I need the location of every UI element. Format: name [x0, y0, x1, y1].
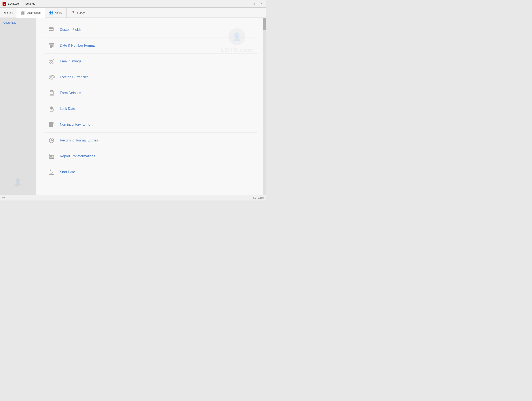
menu-item-email-settings[interactable]: @ Email Settings — [44, 54, 258, 69]
svg-rect-0 — [49, 28, 53, 31]
email-settings-icon: @ — [48, 57, 56, 65]
content-area: 👤 LO4D.com Custom Fields — [36, 18, 266, 201]
status-bar-right: LO4D.com — [253, 197, 264, 199]
report-transformations-icon — [48, 152, 56, 160]
svg-rect-26 — [49, 124, 51, 126]
svg-rect-28 — [49, 126, 51, 127]
menu-item-lock-date[interactable]: Lock Date — [44, 101, 258, 117]
back-arrow-icon: ◀ — [3, 11, 6, 14]
scrollbar-track[interactable] — [263, 18, 266, 201]
menu-item-date-number-format[interactable]: Date & Number Format — [44, 38, 258, 54]
back-button[interactable]: ◀ Back — [0, 8, 16, 18]
menu-item-start-date[interactable]: 17 Start Date — [44, 164, 258, 180]
non-inventory-items-label: Non-inventory Items — [60, 123, 90, 127]
lock-date-label: Lock Date — [60, 107, 75, 111]
content-inner: 👤 LO4D.com Custom Fields — [36, 18, 266, 184]
close-button[interactable]: ✕ — [260, 2, 263, 6]
app-icon: M — [3, 2, 6, 6]
email-settings-label: Email Settings — [60, 59, 81, 63]
svg-text:@: @ — [50, 59, 53, 63]
sidebar-customize-link[interactable]: Customize — [0, 19, 36, 26]
main-layout: Customize 👤 LO4D.com 👤 LO4D.com — [0, 18, 266, 201]
foreign-currencies-label: Foreign Currencies — [60, 75, 89, 79]
foreign-currencies-icon: $ — [48, 73, 56, 81]
users-icon: 👥 — [49, 11, 53, 14]
recurring-journal-entries-label: Recurring Journal Entries — [60, 139, 98, 142]
form-defaults-icon — [48, 89, 56, 97]
svg-rect-7 — [50, 45, 51, 46]
non-inventory-items-icon — [48, 121, 56, 129]
status-bar-left: ⟺ — [2, 196, 5, 199]
tab-support-label: Support — [77, 11, 86, 14]
title-bar: M LO4D.com — Settings — □ ✕ — [0, 0, 266, 8]
tab-businesses[interactable]: 🏢 Businesses — [16, 8, 45, 18]
tab-users-label: Users — [55, 11, 62, 14]
svg-rect-10 — [50, 47, 51, 48]
sidebar-watermark: 👤 LO4D.com — [11, 178, 25, 188]
status-icon: ⟺ — [2, 196, 5, 199]
date-number-format-icon — [48, 42, 56, 50]
svg-rect-35 — [52, 156, 53, 158]
menu-item-foreign-currencies[interactable]: $ Foreign Currencies — [44, 69, 258, 85]
svg-rect-27 — [51, 124, 53, 126]
tab-support[interactable]: ❓ Support — [67, 8, 91, 18]
nav-bar: ◀ Back 🏢 Businesses 👥 Users ❓ Support — [0, 8, 266, 18]
window-controls: — □ ✕ — [247, 2, 263, 6]
svg-point-22 — [51, 109, 52, 110]
svg-rect-9 — [52, 45, 53, 46]
maximize-button[interactable]: □ — [253, 2, 257, 6]
scrollbar-thumb[interactable] — [263, 18, 266, 30]
menu-item-form-defaults[interactable]: Form Defaults — [44, 85, 258, 101]
svg-rect-23 — [49, 122, 51, 124]
status-bar: ⟺ LO4D.com — [0, 195, 266, 201]
tab-businesses-label: Businesses — [26, 11, 40, 14]
form-defaults-label: Form Defaults — [60, 91, 81, 95]
start-date-label: Start Date — [60, 170, 75, 174]
back-label: Back — [7, 11, 13, 14]
date-number-format-label: Date & Number Format — [60, 44, 95, 47]
svg-rect-25 — [53, 122, 54, 124]
recurring-journal-entries-icon — [48, 136, 56, 144]
start-date-icon: 17 — [48, 168, 56, 176]
sidebar: Customize 👤 LO4D.com — [0, 18, 36, 201]
svg-text:$: $ — [51, 76, 52, 78]
svg-rect-29 — [51, 126, 53, 127]
report-transformations-label: Report Transformations — [60, 154, 95, 158]
lock-date-icon — [48, 105, 56, 113]
menu-item-custom-fields[interactable]: Custom Fields — [44, 22, 258, 38]
tab-users[interactable]: 👥 Users — [45, 8, 67, 18]
businesses-icon: 🏢 — [21, 11, 25, 15]
svg-rect-33 — [50, 156, 52, 157]
svg-rect-11 — [51, 47, 52, 48]
window-title: LO4D.com — Settings — [8, 2, 247, 5]
minimize-button[interactable]: — — [247, 2, 251, 6]
svg-rect-20 — [50, 95, 54, 95]
svg-rect-8 — [51, 45, 52, 46]
menu-item-report-transformations[interactable]: Report Transformations — [44, 148, 258, 164]
menu-item-non-inventory-items[interactable]: Non-inventory Items — [44, 117, 258, 133]
svg-text:17: 17 — [50, 172, 53, 174]
menu-item-recurring-journal-entries[interactable]: Recurring Journal Entries — [44, 133, 258, 148]
custom-fields-label: Custom Fields — [60, 28, 81, 32]
svg-rect-24 — [51, 122, 53, 124]
custom-fields-icon — [48, 26, 56, 34]
support-icon: ❓ — [71, 11, 75, 14]
